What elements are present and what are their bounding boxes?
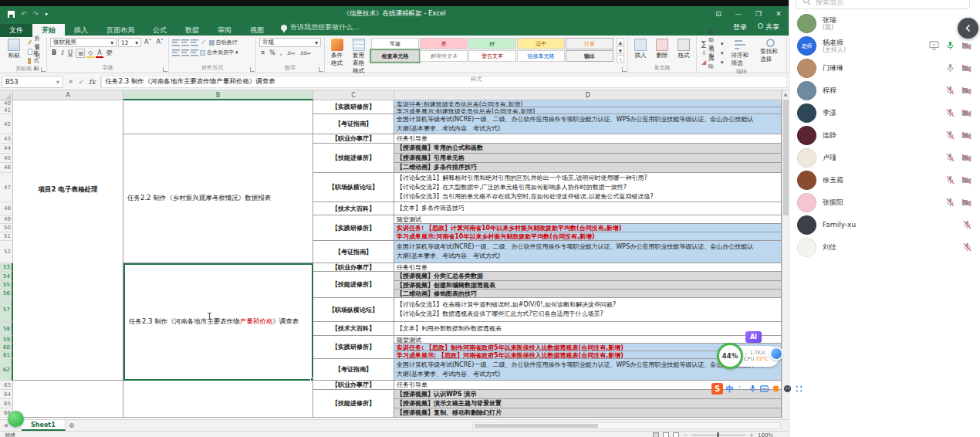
horizontal-scroll-thumb[interactable] xyxy=(475,424,598,428)
fill-color-button[interactable]: ◇ xyxy=(86,49,94,58)
mic-muted-icon[interactable] xyxy=(963,218,972,232)
row-header-62[interactable]: 62 xyxy=(0,359,13,381)
currency-format-icon[interactable]: ¤ xyxy=(259,49,266,58)
ime-punctuation-icon[interactable]: ’ xyxy=(737,384,745,393)
cell-D40[interactable]: 实训任务:创建班级党员信息表(合同没有,新增) xyxy=(394,100,782,107)
row-header-57[interactable]: 57 xyxy=(0,298,13,322)
cell-style-常规[interactable]: 常规 xyxy=(371,38,419,49)
row-header-46[interactable]: 46 xyxy=(0,163,13,173)
cell-C44-C46[interactable]: 【技能进修所】 xyxy=(313,144,394,173)
cell-B40-B42[interactable] xyxy=(123,100,313,134)
qat-customize-icon[interactable]: ▾ xyxy=(45,11,48,18)
cell-grid[interactable]: 40实训任务:创建班级党员信息表(合同没有,新增)41学习成果展示:创建班级党员… xyxy=(0,100,782,419)
name-box[interactable]: B53▾ xyxy=(2,76,63,88)
align-middle-icon[interactable] xyxy=(181,39,189,46)
increase-font-icon[interactable]: A˄ xyxy=(143,38,153,47)
cell-C64-C66[interactable]: 【技能进修所】 xyxy=(313,390,394,418)
cell-D47[interactable]: 【讨论&交流1】解释相对引用和绝对引用的区别,并给出一个场景,说明何时使用哪一种… xyxy=(394,173,782,202)
cell-style-好[interactable]: 好 xyxy=(468,38,516,49)
cell-C47[interactable]: 【职场纵横论坛】 xyxy=(313,173,394,202)
cell-D46[interactable]: 【二维动画】多条件排序技巧 xyxy=(394,163,782,173)
row-header-45[interactable]: 45 xyxy=(0,154,13,163)
mic-muted-icon[interactable] xyxy=(946,83,955,98)
row-header-43[interactable]: 43 xyxy=(0,134,13,144)
cancel-entry-icon[interactable]: ✕ xyxy=(68,78,74,86)
camera-muted-icon[interactable] xyxy=(961,106,972,120)
cell-C54-C56[interactable]: 【技能进修所】 xyxy=(313,272,394,298)
page-layout-view-icon[interactable] xyxy=(663,432,669,437)
cell-B63-B66[interactable] xyxy=(123,381,313,418)
cell-D54[interactable]: 【授课视频】分类汇总各类数据 xyxy=(394,272,782,281)
row-header-44[interactable]: 44 xyxy=(0,144,13,154)
zoom-in-icon[interactable]: + xyxy=(749,432,754,437)
underline-button[interactable]: U xyxy=(66,49,74,58)
row-header-50[interactable]: 50 xyxy=(0,224,13,232)
participant-row[interactable]: 门琳琳 xyxy=(789,57,980,80)
ribbon-display-options-button[interactable]: ⊡ xyxy=(708,6,728,22)
cell-style-警告文本[interactable]: 警告文本 xyxy=(468,50,516,62)
clipboard-dialog-launcher[interactable] xyxy=(41,67,46,72)
cell-D44[interactable]: 【授课视频】常用的公式和函数 xyxy=(394,144,782,154)
cell-style-差[interactable]: 差 xyxy=(420,38,468,49)
ribbon-tab-审阅[interactable]: 审阅 xyxy=(208,24,241,37)
alignment-dialog-launcher[interactable] xyxy=(250,67,255,72)
cell-style-链接单元格[interactable]: 链接单元格 xyxy=(517,50,565,62)
cell-C62[interactable]: 【考证指南】 xyxy=(313,359,394,381)
cell-C53[interactable]: 【职业办事厅】 xyxy=(313,263,394,272)
camera-muted-icon[interactable] xyxy=(961,83,972,98)
sort-filter-button[interactable]: 排序和筛选 xyxy=(728,38,755,68)
percent-format-icon[interactable]: % xyxy=(268,49,277,58)
row-header-51[interactable]: 51 xyxy=(0,232,13,241)
new-sheet-button[interactable]: ⊕ xyxy=(66,420,78,431)
cell-style-计算[interactable]: 计算 xyxy=(566,38,613,49)
mic-muted-icon[interactable] xyxy=(946,128,955,143)
row-header-59[interactable]: 59 xyxy=(0,336,13,344)
cell-C52[interactable]: 【考证指南】 xyxy=(313,241,394,263)
cell-C43[interactable]: 【职业办事厅】 xyxy=(313,134,394,144)
cell-D55[interactable]: 【授课视频】创建和编辑数据透视表 xyxy=(394,281,782,290)
participant-row[interactable]: 李漾 xyxy=(789,102,980,124)
ime-emoji-icon[interactable] xyxy=(783,384,792,393)
align-top-icon[interactable] xyxy=(172,39,180,46)
row-header-52[interactable]: 52 xyxy=(0,241,13,263)
row-header-61[interactable]: 61 xyxy=(0,351,13,359)
restore-button[interactable]: ❐ xyxy=(749,6,769,22)
cell-D51[interactable]: 学习成果展示:河南省10年以来乡村振兴财政拨款平均数(合同没有,新增) xyxy=(394,232,782,241)
ribbon-tab-页面布局[interactable]: 页面布局 xyxy=(97,24,144,37)
scroll-up-icon[interactable]: ▲ xyxy=(782,90,789,98)
screen-share-icon[interactable] xyxy=(929,39,939,53)
mic-muted-icon[interactable] xyxy=(946,195,955,210)
column-header-C[interactable]: C xyxy=(313,90,394,100)
wrap-text-button[interactable]: 自动换行 xyxy=(209,39,238,46)
cell-D66[interactable]: 【授课视频】复制、移动和删除幻灯片 xyxy=(394,408,782,418)
align-bottom-icon[interactable] xyxy=(191,39,198,46)
mic-active-icon[interactable] xyxy=(946,39,955,53)
participant-row[interactable]: 张振阳 xyxy=(789,191,980,214)
column-header-B[interactable]: B xyxy=(123,90,313,100)
select-all-corner[interactable] xyxy=(0,90,13,100)
ribbon-tab-数据[interactable]: 数据 xyxy=(176,24,208,37)
row-header-54[interactable]: 54 xyxy=(0,272,13,281)
find-select-button[interactable]: 查找和选择 xyxy=(757,38,783,64)
row-header-42[interactable]: 42 xyxy=(0,114,13,134)
number-dialog-launcher[interactable] xyxy=(319,67,323,72)
cell-C58[interactable]: 【技术大百科】 xyxy=(313,322,394,336)
search-input[interactable] xyxy=(816,0,947,6)
paste-button[interactable]: 粘贴 xyxy=(5,38,23,60)
cell-C59-C61[interactable]: 【实践研修所】 xyxy=(313,336,394,359)
vertical-scroll-thumb[interactable] xyxy=(783,100,789,215)
merge-center-button[interactable]: 合并后居中 ▾ xyxy=(200,49,238,56)
orientation-icon[interactable]: ⟋ xyxy=(200,38,208,47)
font-dialog-launcher[interactable] xyxy=(163,67,167,72)
row-header-58[interactable]: 58 xyxy=(0,322,13,336)
column-header-D[interactable]: D xyxy=(394,90,782,100)
normal-view-icon[interactable] xyxy=(653,432,659,437)
cell-style-检查单元格[interactable]: 检查单元格 xyxy=(371,50,419,62)
row-header-49[interactable]: 49 xyxy=(0,215,13,224)
zoom-slider[interactable] xyxy=(691,435,745,435)
zoom-slider-knob[interactable] xyxy=(717,432,719,437)
recording-indicator-dot[interactable] xyxy=(8,411,24,427)
mic-muted-icon[interactable] xyxy=(946,106,955,120)
row-header-48[interactable]: 48 xyxy=(0,202,13,215)
format-cells-button[interactable]: 格式 xyxy=(674,38,693,60)
